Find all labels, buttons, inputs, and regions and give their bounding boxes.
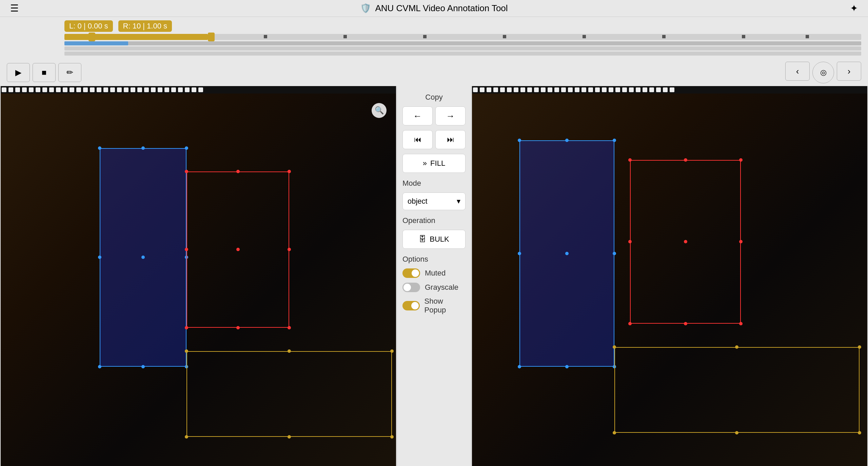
app-logo: 🛡️ [360, 3, 371, 14]
right-bbox-red-dot [628, 158, 632, 162]
film-notch [97, 87, 101, 92]
prev-frame-button[interactable]: ‹ [785, 62, 810, 81]
fill-icon: » [423, 159, 427, 168]
timeline-thumb-right[interactable] [208, 33, 215, 41]
film-notch [70, 87, 74, 92]
right-bbox-gold-dot [735, 431, 738, 434]
controls-area: ▶ ■ ✏ ‹ ◎ › [0, 59, 868, 86]
right-bbox-red-dot [739, 158, 743, 162]
zoom-icon[interactable]: 🔍 [372, 103, 387, 118]
tick-6 [662, 35, 666, 38]
show-popup-toggle-row: Show Popup [402, 297, 466, 315]
film-notch [670, 87, 674, 92]
film-notch [171, 87, 176, 92]
copy-left-button[interactable]: ← [402, 106, 433, 125]
muted-toggle[interactable] [402, 268, 420, 278]
tick-7 [742, 35, 745, 38]
left-bbox-red-dot [288, 248, 291, 251]
film-notch [29, 87, 34, 92]
timeline-gray-track-2[interactable] [64, 52, 861, 56]
film-notch [636, 87, 640, 92]
film-notch [548, 87, 552, 92]
film-notch [117, 87, 122, 92]
film-notch [22, 87, 27, 92]
film-notch [500, 87, 505, 92]
timeline-track-container[interactable] [64, 34, 861, 56]
film-notch [144, 87, 149, 92]
mode-chevron-icon: ▾ [457, 197, 460, 206]
skip-start-button[interactable]: ⏮ [402, 130, 433, 149]
skip-btn-row: ⏮ ⏭ [402, 130, 466, 149]
right-bbox-dot [565, 252, 569, 255]
film-notch [649, 87, 654, 92]
film-notch [629, 87, 634, 92]
sun-icon[interactable]: ✦ [850, 3, 858, 14]
mode-label: Mode [402, 179, 421, 188]
fill-button[interactable]: » FILL [402, 154, 466, 173]
right-video-panel [472, 86, 867, 466]
app-title: ANU CVML Video Annotation Tool [375, 3, 508, 14]
options-label: Options [402, 255, 428, 264]
film-notch [110, 87, 115, 92]
left-video-bg: 🔍 355.17, 39.06 [1, 94, 396, 466]
left-bbox-dot [141, 365, 145, 368]
film-notch [487, 87, 491, 92]
menu-icon[interactable]: ☰ [10, 3, 19, 14]
right-filmstrip-top [472, 86, 867, 94]
right-video-viewport[interactable] [472, 94, 867, 466]
timeline-blue-bar [64, 41, 128, 45]
timeline-gray-track[interactable] [64, 46, 861, 50]
left-bbox-red-dot [185, 248, 188, 251]
copy-label: Copy [425, 93, 442, 102]
right-bbox-gold[interactable] [614, 347, 860, 433]
go-to-frame-button[interactable]: ◎ [812, 62, 834, 83]
left-bbox-gold-dot [390, 435, 394, 439]
mode-select[interactable]: object ▾ [402, 193, 466, 210]
stop-button[interactable]: ■ [33, 63, 56, 82]
left-bbox-red-dot [288, 326, 291, 329]
edit-button[interactable]: ✏ [58, 63, 81, 82]
film-notch [2, 87, 6, 92]
film-notch [615, 87, 620, 92]
next-frame-button[interactable]: › [837, 62, 861, 81]
film-notch [575, 87, 579, 92]
left-video-viewport[interactable]: 🔍 355.17, 39.06 [1, 94, 396, 466]
timeline-main-track[interactable] [64, 34, 861, 40]
right-bbox-red-dot [628, 240, 632, 243]
show-popup-toggle[interactable] [402, 301, 420, 310]
tick-5 [583, 35, 586, 38]
operation-label: Operation [402, 216, 435, 225]
right-bbox-gold-dot [613, 345, 616, 349]
play-button[interactable]: ▶ [7, 63, 30, 82]
film-notch [151, 87, 156, 92]
grayscale-toggle[interactable] [402, 283, 420, 292]
timeline-thumb-left[interactable] [88, 33, 95, 41]
right-bbox-dot [518, 365, 521, 368]
right-bbox-gold-dot [735, 345, 738, 349]
right-bbox-red-dot [739, 240, 743, 243]
left-bbox-gold[interactable] [186, 351, 392, 437]
left-bbox-dot [98, 146, 101, 150]
timeline-right-label: R: 10 | 1.00 s [118, 20, 172, 32]
film-notch [49, 87, 54, 92]
left-bbox-gold-dot [288, 435, 291, 439]
timeline-sub-track[interactable] [64, 41, 861, 45]
timeline-progress [64, 34, 208, 40]
film-notch [158, 87, 162, 92]
right-bbox-gold-dot [858, 345, 861, 349]
film-notch [36, 87, 40, 92]
muted-toggle-row: Muted [402, 268, 466, 278]
right-bbox-dot [613, 139, 616, 142]
middle-panel: Copy ← → ⏮ ⏭ » FILL Mode object ▾ Operat… [397, 86, 471, 466]
film-notch [622, 87, 627, 92]
skip-end-button[interactable]: ⏭ [435, 130, 466, 149]
left-bbox-dot [98, 365, 101, 368]
bulk-icon: 🗄 [419, 235, 426, 244]
left-bbox-red-dot [236, 326, 240, 329]
film-notch [178, 87, 183, 92]
bulk-label: BULK [430, 235, 449, 244]
title-area: 🛡️ ANU CVML Video Annotation Tool [360, 3, 508, 14]
copy-right-button[interactable]: → [435, 106, 466, 125]
bulk-button[interactable]: 🗄 BULK [402, 230, 466, 249]
fill-label: FILL [430, 159, 445, 168]
